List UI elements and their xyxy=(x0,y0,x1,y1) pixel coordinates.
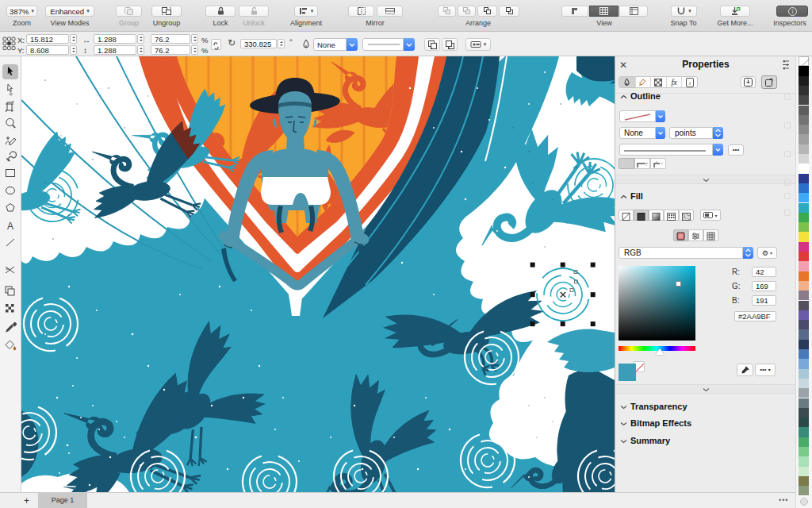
svg-text:i: i xyxy=(791,8,793,15)
svg-text:A: A xyxy=(7,221,13,232)
svg-text:i: i xyxy=(689,79,691,86)
